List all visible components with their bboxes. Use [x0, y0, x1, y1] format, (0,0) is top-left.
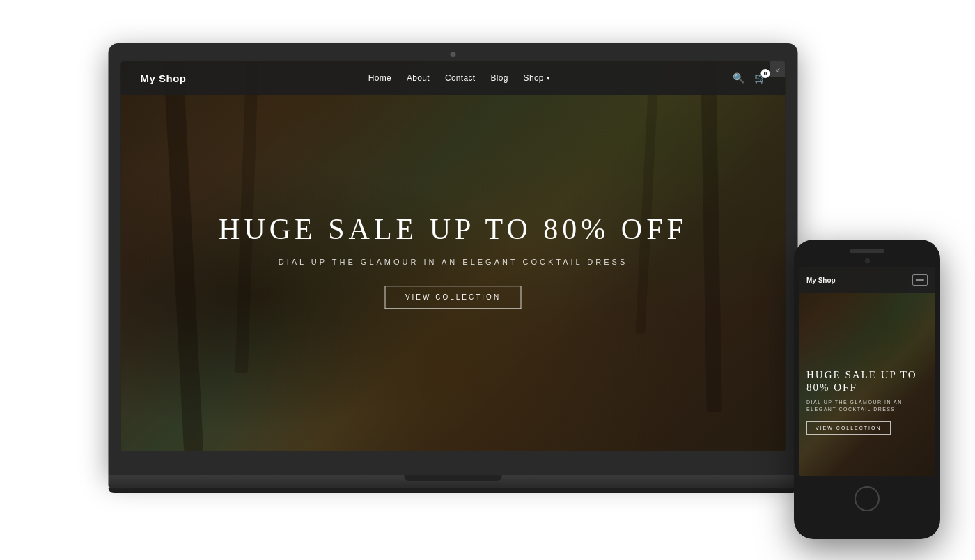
- menu-line-1: [916, 277, 924, 277]
- phone-hero-title: HUGE SALE UP TO 80% OFF: [806, 368, 928, 394]
- cart-icon[interactable]: 🛒 0: [754, 72, 766, 84]
- phone-site-logo: My Shop: [806, 277, 836, 284]
- phone-device: My Shop HUGE SALE UP TO 80% OFF DIAL UP …: [794, 240, 940, 539]
- laptop-camera: [451, 52, 456, 57]
- chevron-down-icon: ▾: [547, 75, 550, 81]
- laptop-notch: [405, 475, 502, 481]
- nav-icons: 🔍 🛒 0: [733, 72, 766, 84]
- nav-about[interactable]: About: [407, 73, 430, 83]
- phone-speaker: [850, 249, 884, 253]
- laptop-base: [109, 475, 798, 488]
- menu-line-3: [916, 283, 924, 283]
- hero-title: HUGE SALE UP TO 80% OFF: [210, 213, 697, 245]
- laptop-stand: [109, 488, 798, 493]
- scene: My Shop Home About Contact Blog Shop ▾ 🔍: [0, 0, 975, 560]
- main-nav: Home About Contact Blog Shop ▾: [368, 73, 550, 83]
- laptop-body: My Shop Home About Contact Blog Shop ▾ 🔍: [109, 43, 798, 475]
- nav-home[interactable]: Home: [368, 73, 391, 83]
- nav-blog[interactable]: Blog: [490, 73, 508, 83]
- phone-bottom: [800, 483, 935, 511]
- laptop-device: My Shop Home About Contact Blog Shop ▾ 🔍: [109, 43, 798, 517]
- phone-hero-text-area: HUGE SALE UP TO 80% OFF DIAL UP THE GLAM…: [806, 368, 928, 435]
- cart-badge: 0: [761, 69, 770, 78]
- phone-menu-button[interactable]: [912, 274, 928, 286]
- site-logo: My Shop: [141, 72, 187, 84]
- hero-text-area: HUGE SALE UP TO 80% OFF DIAL UP THE GLAM…: [210, 213, 697, 309]
- phone-hero-subtitle: DIAL UP THE GLAMOUR IN AN ELEGANT COCKTA…: [806, 399, 928, 413]
- screen-header: My Shop Home About Contact Blog Shop ▾ 🔍: [121, 61, 786, 95]
- hero-subtitle: DIAL UP THE GLAMOUR IN AN ELEGANT COCKTA…: [210, 258, 697, 266]
- view-collection-button[interactable]: VIEW COLLECTION: [385, 286, 521, 309]
- search-icon[interactable]: 🔍: [733, 72, 744, 84]
- laptop-screen: My Shop Home About Contact Blog Shop ▾ 🔍: [121, 61, 786, 451]
- nav-shop[interactable]: Shop ▾: [524, 73, 551, 83]
- screen-minimize-icon[interactable]: [770, 61, 786, 77]
- nav-contact[interactable]: Contact: [445, 73, 475, 83]
- phone-header: My Shop: [800, 267, 935, 293]
- phone-home-button[interactable]: [855, 486, 880, 511]
- menu-line-2: [916, 279, 924, 280]
- phone-screen: My Shop HUGE SALE UP TO 80% OFF DIAL UP …: [800, 267, 935, 476]
- phone-camera: [865, 258, 870, 263]
- phone-view-collection-button[interactable]: VIEW COLLECTION: [806, 421, 891, 435]
